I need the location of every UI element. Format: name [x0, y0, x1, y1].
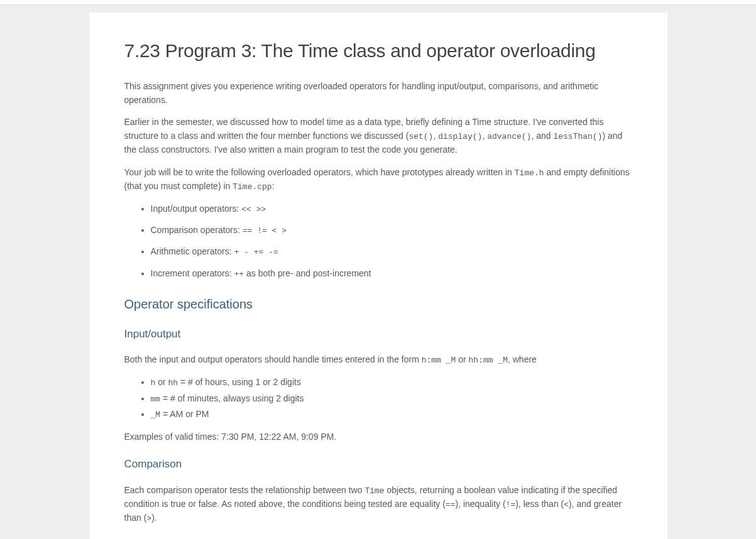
- code-display: display(): [438, 132, 482, 141]
- code-io-ops: << >>: [241, 205, 266, 214]
- code-arith-ops: + - += -=: [234, 248, 278, 257]
- code-time-cpp: Time.cpp: [233, 182, 271, 192]
- code-hh: hh: [168, 378, 178, 388]
- code-time-h: Time.h: [515, 168, 544, 178]
- code-neq: !=: [506, 500, 516, 509]
- code-mm: mm: [151, 395, 161, 404]
- io-examples: Examples of valid times: 7:30 PM, 12:22 …: [124, 430, 632, 444]
- list-item: h or hh = # of hours, using 1 or 2 digit…: [151, 376, 632, 389]
- list-item: Increment operators: ++ as both pre- and…: [151, 267, 632, 281]
- io-format-list: h or hh = # of hours, using 1 or 2 digit…: [124, 376, 632, 421]
- list-item: _M = AM or PM: [151, 408, 632, 422]
- list-item: Input/output operators: << >>: [151, 202, 632, 216]
- list-item: mm = # of minutes, always using 2 digits: [151, 392, 632, 406]
- content-panel: 7.23 Program 3: The Time class and opera…: [89, 13, 667, 539]
- top-bar: [0, 0, 756, 5]
- list-item: Arithmetic operators: + - += -=: [151, 245, 632, 259]
- intro-paragraph-2: Earlier in the semester, we discussed ho…: [124, 116, 632, 157]
- code-cmp-ops: == != < >: [243, 226, 287, 236]
- code-inc-op: ++: [234, 270, 244, 279]
- code-gt: >: [146, 514, 151, 523]
- code-lt: <: [564, 500, 569, 509]
- list-item: Comparison operators: == != < >: [151, 224, 632, 237]
- code-advance: advance(): [487, 132, 531, 141]
- code-eq: ==: [446, 500, 456, 509]
- subsection-heading-comparison: Comparison: [124, 456, 632, 472]
- subsection-heading-io: Input/output: [124, 326, 632, 342]
- io-paragraph-1: Both the input and output operators shou…: [124, 353, 632, 367]
- code-set: set(): [408, 132, 433, 141]
- operator-list: Input/output operators: << >> Comparison…: [124, 202, 632, 281]
- code-time: Time: [364, 486, 384, 496]
- code-form2: hh:mm _M: [469, 356, 508, 365]
- code-form1: h:mm _M: [422, 356, 456, 365]
- code-m: _M: [151, 410, 161, 420]
- intro-paragraph-3: Your job will be to write the following …: [124, 166, 632, 193]
- page-container: 7.23 Program 3: The Time class and opera…: [0, 5, 756, 539]
- intro-paragraph-1: This assignment gives you experience wri…: [124, 80, 632, 107]
- page-title: 7.23 Program 3: The Time class and opera…: [124, 36, 632, 65]
- code-lessthan: lessThan(): [553, 132, 602, 141]
- cmp-paragraph-1: Each comparison operator tests the relat…: [124, 484, 632, 525]
- section-heading-spec: Operator specifications: [124, 295, 632, 313]
